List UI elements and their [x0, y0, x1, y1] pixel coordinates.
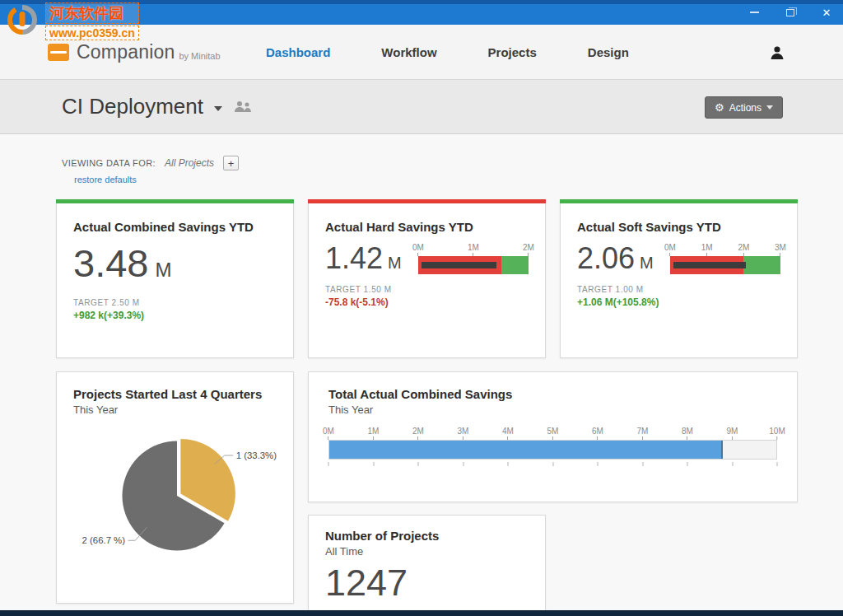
bullet-bar — [418, 256, 529, 274]
metric-number: 3.48 — [73, 244, 148, 282]
bullet-chart: 0M1M2M — [418, 244, 529, 274]
axis-tick-label: 1M — [468, 244, 479, 256]
watermark-site-name: 河东软件园 — [45, 2, 139, 24]
close-icon: ✕ — [822, 7, 831, 18]
bullet-actual-marker — [422, 262, 496, 268]
axis-tick-mark — [418, 462, 419, 466]
bar-axis-labels: 0M1M2M3M4M5M6M7M8M9M10M — [328, 427, 777, 440]
card-subtitle: All Time — [325, 545, 529, 558]
maximize-button[interactable] — [784, 7, 797, 18]
target-label: TARGET 1.00 M — [577, 285, 780, 294]
bullet-axis: 0M1M2M3M — [670, 244, 780, 256]
card-title: Projects Started Last 4 Quarters — [73, 387, 277, 401]
shared-users-icon — [233, 100, 253, 113]
main-nav: Dashboard Workflow Projects Design — [266, 25, 629, 79]
page-title: CI Deployment — [62, 94, 203, 119]
bullet-zone-above-target — [501, 256, 529, 274]
axis-tick-mark — [642, 462, 643, 466]
nav-tab-projects[interactable]: Projects — [488, 45, 537, 59]
window-controls: ✕ — [748, 7, 833, 18]
add-filter-button[interactable]: + — [223, 156, 239, 170]
axis-tick-label: 7M — [637, 427, 649, 440]
page-header: CI Deployment ⚙ Actions — [0, 80, 843, 134]
card-hard-savings: Actual Hard Savings YTD 1.42 M 0M1M2M TA… — [308, 199, 546, 358]
metric-value: 1247 — [325, 564, 529, 601]
dashboard-selector-caret-icon[interactable] — [214, 106, 222, 111]
delta-label: +982 k(+39.3%) — [73, 310, 277, 321]
axis-tick-label: 3M — [775, 244, 786, 256]
companion-logo-icon — [48, 44, 69, 61]
card-accent-bar — [308, 199, 546, 203]
metric-unit: M — [155, 259, 171, 282]
card-number-of-projects: Number of Projects All Time 1247 — [308, 515, 546, 616]
card-projects-started: Projects Started Last 4 Quarters This Ye… — [56, 371, 294, 604]
target-label: TARGET 2.50 M — [73, 298, 277, 307]
watermark-site-url: www.pc0359.cn — [45, 26, 139, 40]
user-account-button[interactable] — [769, 44, 785, 64]
brand-byline: by Minitab — [179, 51, 220, 61]
metric-unit: M — [388, 254, 402, 273]
gear-icon: ⚙ — [715, 102, 724, 113]
filter-row: VIEWING DATA FOR: All Projects + — [62, 156, 239, 170]
metric-row: 2.06 M 0M1M2M3M — [577, 244, 780, 274]
axis-tick-label: 5M — [547, 427, 559, 440]
close-button[interactable]: ✕ — [820, 7, 833, 18]
metric-value: 2.06 M — [577, 244, 670, 273]
axis-tick-mark — [777, 462, 778, 466]
filter-value: All Projects — [165, 157, 214, 169]
pie-slice-1-label: 1 (33.3%) — [236, 450, 277, 460]
bullet-zone-above-target — [743, 256, 780, 274]
axis-tick-label: 0M — [664, 244, 676, 256]
minimize-icon — [750, 12, 759, 13]
restore-defaults-link[interactable]: restore defaults — [74, 175, 137, 184]
bullet-actual-marker — [673, 262, 746, 268]
axis-tick-label: 2M — [738, 244, 749, 256]
card-accent-bar — [560, 199, 798, 203]
pie-slice-2-label: 2 (66.7 %) — [82, 535, 126, 545]
bar-fill — [329, 441, 723, 459]
bullet-bar — [670, 256, 780, 274]
actions-button-label: Actions — [729, 102, 761, 114]
maximize-icon — [786, 9, 794, 16]
actions-button[interactable]: ⚙ Actions — [705, 96, 783, 119]
axis-tick-label: 9M — [727, 427, 738, 440]
axis-tick-mark — [328, 462, 329, 466]
window-bottom-edge — [0, 610, 843, 616]
target-label: TARGET 1.50 M — [325, 285, 529, 294]
caret-down-icon — [766, 105, 773, 110]
card-title: Total Actual Combined Savings — [328, 387, 777, 401]
axis-tick-label: 8M — [682, 427, 693, 440]
metric-number: 1247 — [325, 564, 408, 601]
bullet-chart: 0M1M2M3M — [670, 244, 780, 274]
axis-tick-label: 4M — [502, 427, 514, 440]
axis-tick-mark — [732, 462, 733, 466]
nav-tab-design[interactable]: Design — [588, 45, 629, 59]
filter-area: VIEWING DATA FOR: All Projects + restore… — [62, 156, 239, 186]
axis-tick-mark — [552, 462, 553, 466]
axis-tick-mark — [687, 462, 688, 466]
minimize-button[interactable] — [748, 7, 761, 18]
app-window: ✕ 河东软件园 www.pc0359.cn Companion by Minit… — [0, 0, 843, 616]
user-icon — [769, 44, 785, 61]
metric-row: 1.42 M 0M1M2M — [325, 244, 529, 274]
axis-tick-label: 2M — [523, 244, 534, 256]
watermark-logo-icon — [5, 2, 40, 35]
axis-tick-label: 1M — [368, 427, 380, 440]
delta-label: +1.06 M(+105.8%) — [577, 296, 780, 308]
nav-tab-dashboard[interactable]: Dashboard — [266, 45, 330, 59]
site-watermark: 河东软件园 www.pc0359.cn — [5, 2, 139, 40]
page-title-row: CI Deployment — [62, 80, 253, 133]
axis-tick-label: 3M — [458, 427, 469, 440]
metric-value: 1.42 M — [325, 244, 418, 273]
axis-tick-mark — [373, 462, 374, 466]
card-subtitle: This Year — [73, 404, 277, 416]
filter-label: VIEWING DATA FOR: — [62, 158, 156, 168]
brand-name: Companion — [77, 41, 175, 63]
nav-tab-workflow[interactable]: Workflow — [381, 45, 436, 59]
axis-tick-mark — [463, 462, 463, 466]
card-accent-bar — [56, 199, 294, 203]
card-title: Number of Projects — [325, 529, 529, 543]
axis-tick-label: 1M — [701, 244, 713, 256]
axis-tick-label: 0M — [412, 244, 424, 256]
axis-tick-label: 6M — [592, 427, 603, 440]
